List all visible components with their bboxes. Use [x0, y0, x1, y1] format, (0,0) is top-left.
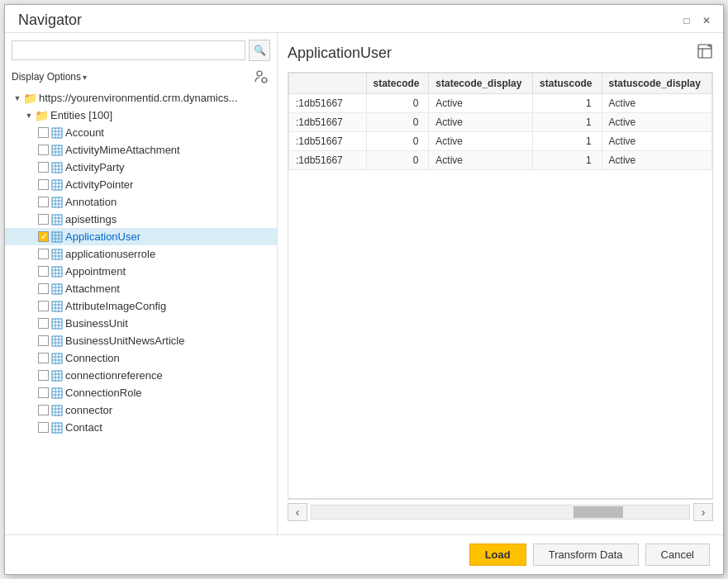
tree-item-label: Annotation: [65, 196, 117, 208]
table-icon: [51, 249, 63, 260]
table-icon: [51, 127, 63, 139]
tree-item-checkbox[interactable]: [38, 266, 49, 277]
tree-item-label: applicationuserrole: [65, 248, 155, 260]
tree-item[interactable]: Annotation: [5, 193, 277, 211]
table-row: :1db516670Active1Active: [289, 113, 712, 132]
scroll-left-button[interactable]: ‹: [288, 503, 307, 521]
svg-rect-56: [52, 301, 62, 311]
load-button[interactable]: Load: [469, 543, 526, 566]
minimize-button[interactable]: □: [680, 14, 693, 27]
svg-rect-61: [52, 319, 62, 329]
table-icon: [51, 266, 63, 278]
table-cell: Active: [602, 132, 711, 151]
tree-item-checkbox[interactable]: [38, 387, 49, 398]
scroll-right-button[interactable]: ›: [693, 503, 713, 521]
tree-item[interactable]: Appointment: [5, 263, 277, 280]
table-icon: [51, 370, 63, 382]
tree-item[interactable]: Contact: [5, 419, 277, 436]
svg-rect-81: [52, 388, 62, 398]
tree-item[interactable]: Connection: [5, 349, 277, 367]
tree-item-checkbox[interactable]: [38, 127, 49, 138]
tree-item[interactable]: Account: [5, 124, 277, 141]
tree-item[interactable]: ✓ ApplicationUser: [5, 228, 277, 245]
tree-item-label: connectionreference: [65, 369, 163, 382]
tree-area[interactable]: ▼ 📁 https://yourenvironmentid.crm.dynami…: [5, 89, 277, 534]
tree-item-checkbox[interactable]: [38, 335, 49, 346]
tree-root-item[interactable]: ▼ 📁 https://yourenvironmentid.crm.dynami…: [5, 89, 277, 107]
export-icon-button[interactable]: [697, 43, 713, 64]
right-panel: ApplicationUser statecodestatecode_displ…: [278, 33, 723, 534]
tree-item-checkbox[interactable]: [38, 197, 49, 207]
tree-item-checkbox[interactable]: [38, 301, 49, 311]
display-options-bar: Display Options ▾: [5, 64, 277, 89]
window-controls: □ ✕: [680, 14, 713, 27]
transform-data-button[interactable]: Transform Data: [533, 543, 639, 566]
search-button[interactable]: 🔍: [249, 40, 270, 61]
cancel-button[interactable]: Cancel: [645, 543, 710, 566]
table-icon: [51, 214, 63, 225]
tree-item[interactable]: Attachment: [5, 280, 277, 297]
table-cell: Active: [429, 94, 533, 113]
tree-item-checkbox[interactable]: [38, 162, 49, 173]
tree-item[interactable]: BusinessUnitNewsArticle: [5, 332, 277, 349]
tree-item[interactable]: AttributeImageConfig: [5, 297, 277, 315]
table-row: :1db516670Active1Active: [289, 151, 712, 170]
tree-item[interactable]: apisettings: [5, 211, 277, 228]
table-cell: 0: [366, 132, 429, 151]
tree-item[interactable]: ActivityPointer: [5, 176, 277, 193]
table-cell: :1db51667: [289, 132, 367, 151]
svg-rect-46: [52, 267, 62, 277]
tree-item[interactable]: BusinessUnit: [5, 315, 277, 332]
checkmark-icon: ✓: [40, 232, 47, 241]
tree-item-checkbox[interactable]: [38, 353, 49, 363]
entities-toggle-icon: ▼: [23, 110, 35, 121]
root-toggle-icon: ▼: [12, 93, 23, 104]
tree-item[interactable]: ActivityParty: [5, 159, 277, 176]
scroll-track[interactable]: [311, 505, 690, 520]
table-header-cell: statecode_display: [429, 74, 533, 94]
tree-item-label: AttributeImageConfig: [65, 300, 166, 312]
root-label: https://yourenvironmentid.crm.dynamics..…: [39, 92, 238, 104]
tree-item-checkbox[interactable]: [38, 422, 49, 433]
tree-item[interactable]: connectionreference: [5, 367, 277, 384]
table-icon: [51, 162, 63, 173]
table-cell: 1: [533, 94, 602, 113]
dropdown-arrow-icon: ▾: [83, 73, 87, 82]
tree-item-checkbox[interactable]: [38, 283, 49, 294]
svg-point-0: [257, 71, 262, 76]
footer: Load Transform Data Cancel: [5, 534, 723, 574]
horizontal-scrollbar[interactable]: ‹ ›: [288, 499, 713, 524]
entities-node-item[interactable]: ▼ 📁 Entities [100]: [5, 107, 277, 124]
tree-item-checkbox[interactable]: [38, 179, 49, 190]
close-button[interactable]: ✕: [700, 14, 713, 27]
tree-item-checkbox[interactable]: [38, 370, 49, 381]
svg-rect-86: [52, 406, 62, 415]
svg-rect-51: [52, 284, 62, 294]
data-table-container[interactable]: statecodestatecode_displaystatuscodestat…: [288, 72, 713, 499]
display-options-dropdown[interactable]: Display Options ▾: [12, 71, 87, 83]
tree-item-checkbox[interactable]: [38, 249, 49, 259]
main-content: 🔍 Display Options ▾: [5, 33, 723, 534]
svg-rect-91: [52, 423, 62, 433]
tree-item-checkbox[interactable]: ✓: [38, 231, 49, 242]
svg-rect-26: [52, 197, 62, 207]
svg-rect-31: [52, 215, 62, 225]
tree-item[interactable]: applicationuserrole: [5, 245, 277, 263]
settings-icon-button[interactable]: [252, 68, 270, 86]
table-cell: Active: [429, 151, 533, 170]
search-input[interactable]: [12, 40, 245, 60]
tree-item-label: apisettings: [65, 213, 117, 225]
tree-item-checkbox[interactable]: [38, 318, 49, 329]
table-icon: [51, 283, 63, 295]
svg-rect-41: [52, 249, 62, 259]
tree-item[interactable]: ActivityMimeAttachment: [5, 141, 277, 159]
tree-item-label: Account: [65, 126, 104, 139]
tree-item[interactable]: connector: [5, 401, 277, 419]
table-cell: 1: [533, 113, 602, 132]
tree-item[interactable]: ConnectionRole: [5, 384, 277, 401]
scroll-thumb[interactable]: [573, 506, 623, 518]
tree-item-checkbox[interactable]: [38, 405, 49, 415]
table-cell: Active: [602, 151, 711, 170]
tree-item-checkbox[interactable]: [38, 214, 49, 225]
tree-item-checkbox[interactable]: [38, 145, 49, 155]
